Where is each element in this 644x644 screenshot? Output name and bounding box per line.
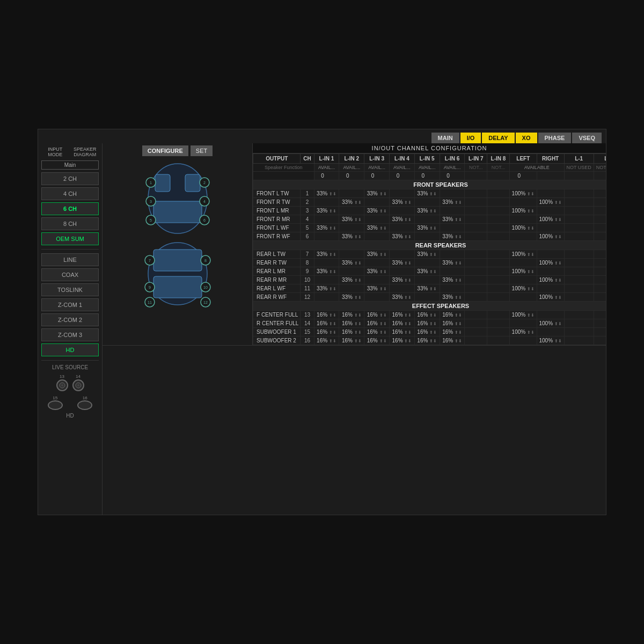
th-lin7: L-IN 7 [465,154,487,164]
l2 [594,276,606,284]
output-name: FRONT R WF [253,232,301,241]
table-row: SUBWOOFER 1 15 16% ⬆⬇ 16% ⬆⬇ 16% ⬆⬇ 16% … [253,328,606,336]
tab-vseq[interactable]: VSEQ [572,133,602,143]
svg-text:6: 6 [203,218,206,222]
table-row: SUBWOOFER 2 16 16% ⬆⬇ 16% ⬆⬇ 16% ⬆⬇ 16% … [253,336,606,345]
lin6: 33% ⬆⬇ [440,259,465,267]
lin4 [390,267,415,276]
app-container: MAIN I/O DELAY XO PHASE VSEQ INPUT MODE … [38,129,606,515]
val-lin6[interactable] [444,173,461,179]
lin1 [314,232,339,241]
ch8-btn[interactable]: 8 CH [41,217,99,230]
val-lin4[interactable] [393,173,411,179]
ch4-btn[interactable]: 4 CH [41,187,99,200]
svg-point-1 [61,384,63,386]
table-row: FRONT R MR 4 33% ⬆⬇ 33% ⬆⬇ 33% ⬆⬇ 100% [253,215,606,224]
svg-text:4: 4 [203,200,206,203]
lin7 [465,328,487,336]
lin3: 33% ⬆⬇ [364,267,390,276]
speaker-15[interactable] [48,400,63,410]
val-lin2[interactable] [343,173,360,179]
ch-num: 2 [301,198,314,207]
table-row: REAR L MR 9 33% ⬆⬇ 33% ⬆⬇ 33% ⬆⬇ 100% ⬆⬇ [253,267,606,276]
lin5: 33% ⬆⬇ [414,250,440,259]
ch6-btn[interactable]: 6 CH [41,202,99,215]
svg-text:3: 3 [150,200,152,203]
ch-num: 3 [301,207,314,215]
lin3: 16% ⬆⬇ [364,328,390,336]
tab-main[interactable]: MAIN [431,133,459,143]
section-title: IN/OUT CHANNEL CONFIGURATION [253,143,606,153]
val-left[interactable] [515,173,532,179]
l2 [594,284,606,293]
configure-button[interactable]: CONFIGURE [142,145,188,156]
lin6 [440,189,465,198]
ch2-btn[interactable]: 2 CH [41,172,99,185]
toslink-btn[interactable]: TOSLINK [41,283,99,296]
speaker-14[interactable] [72,379,84,391]
svg-rect-22 [153,276,202,298]
lin5 [414,198,440,207]
lin3: 33% ⬆⬇ [364,250,390,259]
output-name: FRONT L MR [253,207,301,215]
lin2 [339,189,364,198]
lin7 [465,319,487,328]
left-val: 100% ⬆⬇ [509,311,537,319]
avail-lin5: AVAIL... [414,164,440,172]
lin5: 16% ⬆⬇ [414,328,440,336]
tab-phase[interactable]: PHASE [538,133,572,143]
zcom1-btn[interactable]: Z-COM 1 [41,298,99,311]
output-name: REAR L TW [253,250,301,259]
zcom2-btn[interactable]: Z-COM 2 [41,313,99,326]
speaker-16[interactable] [77,400,92,410]
hd-btn[interactable]: HD [41,343,99,356]
lin7 [465,276,487,284]
l2 [594,293,606,302]
ch-num: 9 [301,267,314,276]
lin8 [487,284,510,293]
ch-num: 7 [301,250,314,259]
lin3 [364,259,390,267]
left-val: 100% ⬆⬇ [509,328,537,336]
right-val [537,328,564,336]
section-header-effect-speakers: EFFECT SPEAKERS [253,302,606,311]
lin8 [487,311,510,319]
lin3: 16% ⬆⬇ [364,319,390,328]
line-btn[interactable]: LINE [41,253,99,266]
lin2 [339,267,364,276]
lin2: 16% ⬆⬇ [339,311,364,319]
ch-num: 15 [301,328,314,336]
right-val: 100% ⬆⬇ [537,232,564,241]
lin4: 33% ⬆⬇ [390,232,415,241]
outer-wrapper: MAIN I/O DELAY XO PHASE VSEQ INPUT MODE … [0,0,644,644]
output-name: REAR L WF [253,284,301,293]
zcom3-btn[interactable]: Z-COM 3 [41,328,99,341]
tab-xo[interactable]: XO [516,133,537,143]
lin1 [314,198,339,207]
top-area: CONFIGURE SET [103,143,606,346]
lin3: 33% ⬆⬇ [364,189,390,198]
lin2: 33% ⬆⬇ [339,259,364,267]
lin1: 33% ⬆⬇ [314,250,339,259]
th-lin5: L-IN 5 [414,154,440,164]
left-val: 100% ⬆⬇ [509,284,537,293]
speaker-13[interactable] [56,379,68,391]
svg-text:1: 1 [150,181,152,185]
val-lin3[interactable] [368,173,385,179]
coax-btn[interactable]: COAX [41,268,99,281]
right-val: 100% ⬆⬇ [537,336,564,345]
tab-io[interactable]: I/O [460,133,481,143]
val-lin5[interactable] [419,173,436,179]
table-row: REAR R MR 10 33% ⬆⬇ 33% ⬆⬇ 33% ⬆⬇ 100% [253,276,606,284]
lin4: 33% ⬆⬇ [390,276,415,284]
val-lin1[interactable] [318,173,335,179]
lin6: 33% ⬆⬇ [440,232,465,241]
set-button[interactable]: SET [191,145,213,156]
output-name: FRONT L TW [253,189,301,198]
ch-num: 16 [301,336,314,345]
lin7 [465,250,487,259]
tab-delay[interactable]: DELAY [482,133,514,143]
oem-sum-btn[interactable]: OEM SUM [41,232,99,245]
lin4 [390,284,415,293]
output-name: R CENTER FULL [253,319,301,328]
